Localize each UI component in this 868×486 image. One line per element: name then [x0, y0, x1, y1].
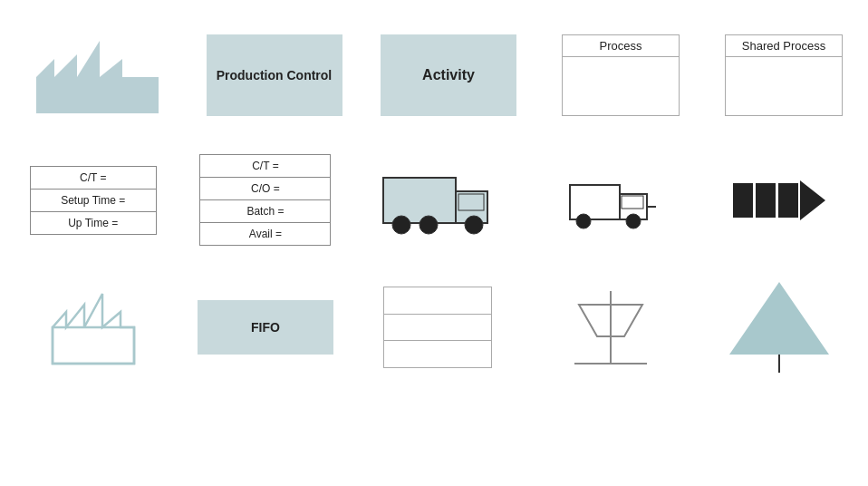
bar-3: [778, 183, 798, 218]
activity-label: Activity: [381, 34, 516, 116]
ct2-row: C/T =: [200, 155, 330, 178]
ct-row: C/T =: [31, 167, 156, 190]
fifo-label: FIFO: [198, 300, 333, 355]
svg-rect-2: [383, 178, 456, 223]
svg-point-11: [576, 214, 591, 228]
svg-point-12: [626, 214, 641, 228]
arrow-head: [800, 180, 825, 220]
inventory-triangle-container: [709, 273, 850, 382]
svg-point-7: [465, 216, 483, 234]
bar-1: [733, 183, 753, 218]
production-control-label: Production Control: [207, 34, 342, 116]
process-box-container: Process: [553, 25, 689, 125]
small-factory-icon: [18, 277, 168, 377]
setup-row: Setup Time =: [31, 190, 156, 212]
factory-icon: [18, 23, 177, 127]
push-bars: [733, 183, 798, 218]
bar-2: [756, 183, 776, 218]
push-arrow-shape: [733, 180, 825, 220]
multi-table: [383, 287, 492, 368]
shared-process-box-container: Shared Process: [716, 25, 852, 125]
mt-row-3: [384, 341, 491, 367]
production-control-box: Production Control: [204, 25, 344, 125]
avail-row: Avail =: [200, 223, 330, 245]
svg-marker-14: [53, 294, 134, 364]
svg-rect-4: [458, 194, 484, 210]
push-arrow-icon: [709, 171, 850, 229]
data-box-2: C/T = C/O = Batch = Avail =: [195, 145, 335, 255]
truck-small: [540, 160, 681, 241]
svg-rect-10: [622, 196, 643, 209]
mt-row-2: [384, 315, 491, 342]
inventory-line: [778, 355, 780, 373]
withdrawal-icon: [540, 277, 681, 377]
co-row: C/O =: [200, 178, 330, 200]
truck-large: [362, 155, 512, 246]
batch-row: Batch =: [200, 200, 330, 223]
uptime-row: Up Time =: [31, 212, 156, 234]
svg-point-6: [420, 216, 438, 234]
shared-process-body: [726, 57, 842, 115]
data-box-1: C/T = Setup Time = Up Time =: [18, 157, 168, 244]
process-data-simple: C/T = Setup Time = Up Time =: [30, 166, 157, 235]
multi-table-container: [362, 277, 512, 377]
activity-box: Activity: [371, 25, 526, 125]
shared-process-box: Shared Process: [725, 34, 843, 116]
svg-rect-1: [36, 77, 159, 113]
process-label: Process: [563, 35, 679, 57]
svg-point-5: [392, 216, 410, 234]
process-box: Process: [562, 34, 680, 116]
svg-rect-8: [570, 185, 620, 219]
fifo-box-container: FIFO: [195, 291, 335, 364]
process-data-full: C/T = C/O = Batch = Avail =: [199, 154, 331, 246]
svg-rect-15: [53, 327, 134, 364]
process-body: [563, 57, 679, 115]
mt-row-1: [384, 287, 491, 315]
shared-process-label: Shared Process: [726, 35, 842, 57]
inventory-triangle: [729, 282, 829, 355]
